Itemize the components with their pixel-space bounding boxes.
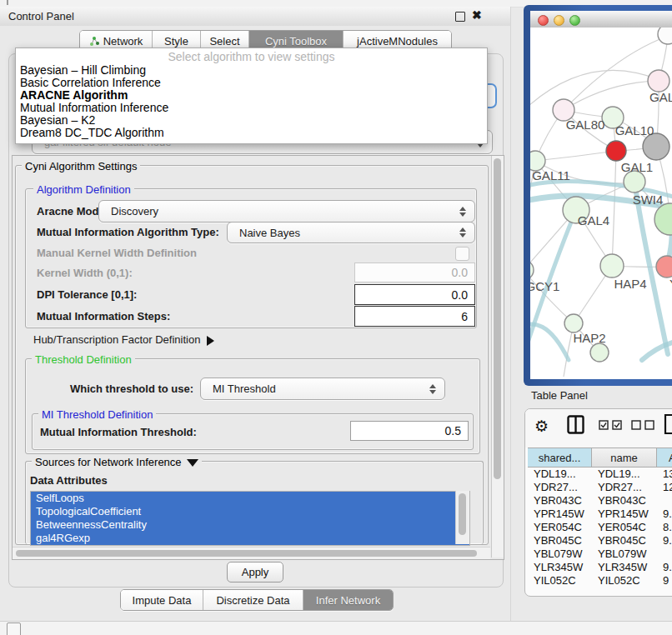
tab-discretize-data[interactable]: Discretize Data bbox=[203, 590, 303, 610]
combo-stepper-icon bbox=[429, 384, 436, 394]
apply-button-label: Apply bbox=[242, 566, 269, 578]
network-graph: GAL80 GAL10 GAL1 GAL11 SWI4 GAL4 GCY1 HA… bbox=[530, 28, 672, 379]
node-bottom[interactable] bbox=[590, 343, 609, 362]
column-header-shared-name[interactable]: shared... bbox=[528, 448, 592, 467]
network-window-titlebar[interactable] bbox=[530, 11, 672, 28]
table-row[interactable]: YDR27... YDR27... 12 bbox=[528, 481, 672, 494]
algorithm-definition-label: Algorithm Definition bbox=[33, 183, 134, 196]
list-item-betweennesscentrality[interactable]: BetweennessCentrality bbox=[31, 518, 469, 532]
list-item-selfloops[interactable]: SelfLoops bbox=[31, 492, 469, 505]
table-header-row: shared... name A bbox=[528, 448, 672, 468]
table-row[interactable]: YLR345W YLR345W 9. bbox=[528, 561, 672, 574]
manual-kernel-checkbox[interactable] bbox=[455, 247, 469, 261]
settings-horizontal-scrollbar[interactable] bbox=[13, 547, 490, 559]
kernel-width-field[interactable]: 0.0 bbox=[354, 262, 475, 282]
popup-item-aracne[interactable]: ARACNE Algorithm bbox=[16, 89, 487, 102]
cell: YDR27... bbox=[528, 481, 592, 494]
cyni-algorithm-settings-label: Cyni Algorithm Settings bbox=[22, 160, 140, 172]
mi-steps-field[interactable]: 6 bbox=[354, 306, 475, 327]
data-attributes-list: SelfLoops TopologicalCoefficient Between… bbox=[30, 491, 470, 546]
node-salmon[interactable] bbox=[656, 256, 672, 278]
mi-threshold-label: Mutual Information Threshold: bbox=[40, 426, 197, 438]
zoom-traffic-light-icon[interactable] bbox=[569, 15, 580, 26]
manual-kernel-label: Manual Kernel Width Definition bbox=[37, 247, 197, 259]
table-panel: ⚙ shared... name A YDL19... YDL19.. bbox=[524, 408, 672, 597]
popup-item-mutual-information[interactable]: Mutual Information Inference bbox=[16, 102, 487, 114]
document-icon[interactable] bbox=[664, 413, 672, 435]
node-label-gal80: GAL80 bbox=[566, 118, 605, 132]
combo-stepper-icon bbox=[459, 207, 466, 217]
cell: YBR045C bbox=[592, 534, 657, 548]
cell: YIL052C bbox=[592, 574, 657, 584]
table-row[interactable]: YER054C YER054C 8. bbox=[528, 521, 672, 534]
dpi-tolerance-field[interactable]: 0.0 bbox=[354, 284, 475, 305]
node-gal1[interactable] bbox=[606, 141, 626, 161]
table-row[interactable]: YBR045C YBR045C 9. bbox=[528, 534, 672, 548]
tab-infer-network[interactable]: Infer Network bbox=[303, 590, 393, 610]
list-item-gal4rgexp[interactable]: gal4RGexp bbox=[31, 532, 469, 545]
cell bbox=[657, 548, 672, 561]
tab-style-label: Style bbox=[164, 35, 188, 48]
node-gcy1[interactable] bbox=[530, 260, 534, 280]
popup-item-bayesian-hill-climbing[interactable]: Bayesian – Hill Climbing bbox=[16, 64, 487, 77]
node-gal-partial[interactable] bbox=[648, 70, 669, 92]
popup-header: Select algorithm to view settings bbox=[16, 48, 487, 64]
close-traffic-light-icon[interactable] bbox=[538, 15, 549, 26]
tab-impute-data[interactable]: Impute Data bbox=[121, 590, 203, 610]
popup-item-bayesian-k2[interactable]: Bayesian – K2 bbox=[16, 114, 487, 127]
column-header-name[interactable]: name bbox=[592, 448, 657, 467]
close-icon[interactable]: ✖ bbox=[472, 8, 482, 22]
sources-toggle[interactable]: Sources for Network Inference bbox=[32, 456, 202, 468]
column-header-partial[interactable]: A bbox=[657, 448, 672, 467]
control-panel-titlebar: Control Panel ✖ bbox=[0, 7, 510, 27]
mi-algorithm-type-combobox[interactable]: Naive Bayes bbox=[227, 222, 475, 243]
list-item-topologicalcoefficient[interactable]: TopologicalCoefficient bbox=[31, 505, 469, 518]
mi-algorithm-type-value: Naive Bayes bbox=[228, 227, 459, 239]
hub-section-label: Hub/Transcription Factor Definition bbox=[33, 333, 200, 346]
hub-section-toggle[interactable]: Hub/Transcription Factor Definition bbox=[33, 333, 214, 346]
gear-icon[interactable]: ⚙ bbox=[534, 417, 549, 435]
which-threshold-label: Which threshold to use: bbox=[70, 382, 193, 395]
node-hap4[interactable] bbox=[600, 254, 624, 278]
cell: YIL052C bbox=[528, 574, 592, 584]
aracne-mode-combobox[interactable]: Discovery bbox=[98, 200, 475, 222]
float-window-icon[interactable] bbox=[455, 12, 465, 22]
node-hap2[interactable] bbox=[564, 314, 583, 332]
node-label-swi4: SWI4 bbox=[633, 192, 664, 207]
attributes-list-scrollbar[interactable] bbox=[455, 491, 469, 544]
bottom-left-window-icon[interactable] bbox=[7, 622, 21, 635]
expanded-arrow-icon bbox=[187, 459, 198, 467]
popup-item-basic-correlation[interactable]: Basic Correlation Inference bbox=[16, 77, 487, 89]
popup-item-dream8[interactable]: Dream8 DC_TDC Algorithm bbox=[16, 127, 487, 139]
cell bbox=[657, 494, 672, 508]
network-canvas[interactable]: GAL80 GAL10 GAL1 GAL11 SWI4 GAL4 GCY1 HA… bbox=[530, 28, 672, 379]
table-row[interactable]: YBL079W YBL079W bbox=[528, 548, 672, 561]
settings-vertical-scrollbar[interactable] bbox=[491, 156, 504, 558]
cell: 8. bbox=[657, 521, 672, 534]
unchecked-checkboxes-icon[interactable] bbox=[631, 420, 656, 430]
checked-checkboxes-icon[interactable] bbox=[599, 420, 624, 430]
mi-threshold-field[interactable]: 0.5 bbox=[350, 421, 469, 441]
which-threshold-combobox[interactable]: MI Threshold bbox=[200, 378, 445, 400]
table-row[interactable]: YIL052C YIL052C 9 bbox=[528, 574, 672, 584]
minimize-traffic-light-icon[interactable] bbox=[554, 15, 564, 26]
table-row[interactable]: YDL19... YDL19... 13 bbox=[528, 468, 672, 481]
cell: 9. bbox=[657, 534, 672, 548]
kernel-width-value: 0.0 bbox=[452, 266, 474, 279]
sources-label: Sources for Network Inference bbox=[35, 456, 182, 468]
table-row[interactable]: YBR043C YBR043C bbox=[528, 494, 672, 508]
node-unlabeled[interactable] bbox=[658, 28, 672, 44]
cell: YPR145W bbox=[592, 508, 657, 521]
split-columns-icon[interactable] bbox=[567, 415, 584, 434]
threshold-definition-label: Threshold Definition bbox=[32, 353, 135, 366]
cyni-mode-tabs: Impute Data Discretize Data Infer Networ… bbox=[120, 589, 394, 611]
tab-select-label: Select bbox=[209, 35, 239, 48]
table-row[interactable]: YPR145W YPR145W 9. bbox=[528, 508, 672, 521]
node-label-hap2: HAP2 bbox=[573, 331, 605, 345]
cell: 9 bbox=[657, 574, 672, 584]
apply-button[interactable]: Apply bbox=[227, 562, 283, 582]
cell: YLR345W bbox=[592, 561, 657, 574]
which-threshold-value: MI Threshold bbox=[201, 382, 429, 395]
cell: 12 bbox=[657, 481, 672, 494]
cell: YBL079W bbox=[528, 548, 592, 561]
